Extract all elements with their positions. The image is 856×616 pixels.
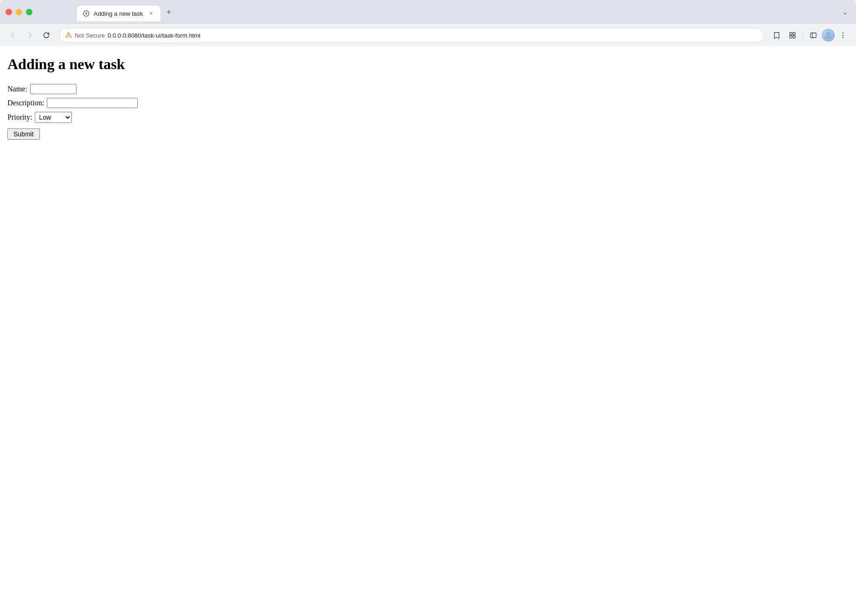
url-display: 0.0.0.0:8080/task-ui/task-form.html (108, 32, 758, 39)
maximize-window-button[interactable] (26, 9, 32, 15)
window-controls (6, 9, 32, 15)
forward-button[interactable] (22, 28, 37, 43)
browser-window: Adding a new task × + ⌄ (0, 0, 856, 616)
profile-button[interactable] (822, 29, 835, 42)
priority-row: Priority: Low Medium High (7, 112, 849, 123)
description-input[interactable] (47, 98, 138, 108)
bookmark-button[interactable] (769, 28, 784, 43)
description-row: Description: (7, 98, 849, 108)
tab-bar: Adding a new task × + (40, 3, 212, 21)
reload-button[interactable] (39, 28, 54, 43)
priority-select[interactable]: Low Medium High (35, 112, 72, 123)
page-content: Adding a new task Name: Description: Pri… (0, 46, 856, 616)
svg-point-13 (843, 37, 843, 38)
not-secure-text: Not Secure (75, 32, 105, 39)
not-secure-icon (65, 32, 72, 39)
back-button[interactable] (6, 28, 20, 43)
name-label: Name: (7, 85, 27, 93)
close-tab-button[interactable]: × (147, 10, 155, 17)
toolbar-separator (803, 30, 803, 41)
svg-rect-7 (793, 36, 795, 38)
tab-favicon-icon (83, 10, 90, 17)
description-label: Description: (7, 99, 44, 107)
svg-point-10 (826, 32, 830, 36)
name-row: Name: (7, 84, 849, 94)
avatar (822, 29, 835, 42)
task-form: Name: Description: Priority: Low Medium … (7, 84, 849, 140)
address-bar[interactable]: Not Secure 0.0.0.0:8080/task-ui/task-for… (59, 28, 764, 43)
svg-rect-6 (790, 36, 792, 38)
submit-row: Submit (7, 128, 849, 140)
tab-title: Adding a new task (94, 10, 144, 17)
active-tab[interactable]: Adding a new task × (77, 6, 160, 21)
close-window-button[interactable] (6, 9, 12, 15)
priority-label: Priority: (7, 113, 32, 122)
navigation-toolbar: Not Secure 0.0.0.0:8080/task-ui/task-for… (0, 24, 856, 46)
name-input[interactable] (30, 84, 77, 94)
svg-point-3 (68, 36, 69, 36)
minimize-window-button[interactable] (16, 9, 22, 15)
expand-browser-button[interactable]: ⌄ (839, 6, 850, 18)
menu-button[interactable] (836, 28, 850, 43)
extensions-button[interactable] (785, 28, 800, 43)
svg-rect-8 (811, 33, 816, 38)
svg-point-1 (85, 13, 87, 14)
svg-rect-5 (793, 32, 795, 35)
svg-point-12 (843, 35, 843, 36)
new-tab-button[interactable]: + (162, 6, 175, 19)
title-bar: Adding a new task × + ⌄ (0, 0, 856, 24)
submit-button[interactable]: Submit (7, 128, 40, 140)
svg-rect-4 (790, 32, 792, 35)
sidebar-toggle-button[interactable] (806, 28, 821, 43)
page-title: Adding a new task (7, 56, 849, 73)
svg-point-11 (843, 32, 843, 33)
toolbar-actions (769, 28, 850, 43)
